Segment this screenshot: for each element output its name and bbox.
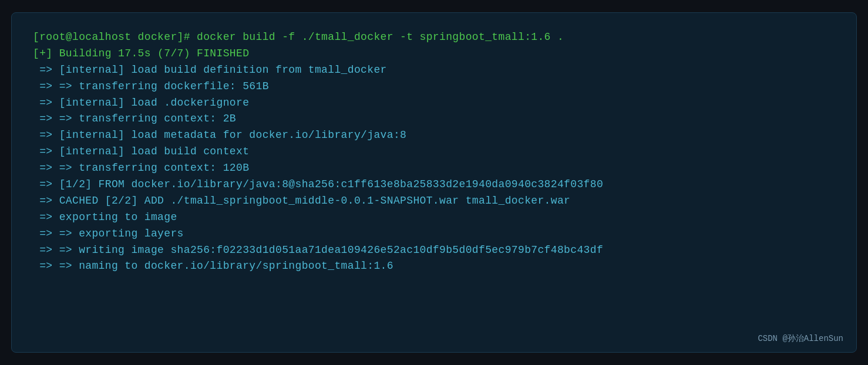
terminal-line-line3: => [internal] load build definition from… — [33, 62, 835, 79]
terminal-line-line11: => CACHED [2/2] ADD ./tmall_springboot_m… — [33, 193, 835, 209]
terminal-line-line13: => => exporting layers — [33, 226, 835, 242]
terminal-window: [root@localhost docker]# docker build -f… — [11, 12, 857, 353]
terminal-line-line9: => => transferring context: 120B — [33, 160, 835, 177]
terminal-line-line5: => [internal] load .dockerignore — [33, 95, 835, 111]
terminal-line-line4: => => transferring dockerfile: 561B — [33, 79, 835, 95]
terminal-line-line14: => => writing image sha256:f02233d1d051a… — [33, 242, 835, 259]
terminal-line-line15: => => naming to docker.io/library/spring… — [33, 258, 835, 275]
terminal-line-line12: => exporting to image — [33, 209, 835, 226]
terminal-output: [root@localhost docker]# docker build -f… — [33, 29, 835, 275]
terminal-line-line1: [root@localhost docker]# docker build -f… — [33, 29, 835, 46]
terminal-line-line6: => => transferring context: 2B — [33, 111, 835, 127]
terminal-line-line8: => [internal] load build context — [33, 144, 835, 160]
terminal-line-line2: [+] Building 17.5s (7/7) FINISHED — [33, 46, 835, 62]
terminal-line-line7: => [internal] load metadata for docker.i… — [33, 127, 835, 144]
terminal-line-line10: => [1/2] FROM docker.io/library/java:8@s… — [33, 177, 835, 193]
watermark: CSDN @孙治AllenSun — [758, 333, 843, 344]
